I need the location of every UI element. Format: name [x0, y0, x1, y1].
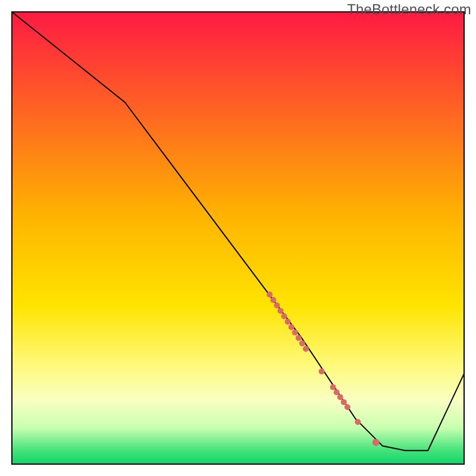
highlight-dot	[299, 340, 305, 346]
highlight-dot	[330, 384, 336, 390]
highlight-dot	[277, 308, 283, 314]
watermark-label: TheBottleneck.com	[347, 1, 471, 18]
highlight-dot	[319, 368, 325, 374]
highlight-dot	[289, 324, 295, 330]
highlight-dot	[285, 319, 291, 325]
bottleneck-chart	[0, 0, 476, 476]
background-gradient	[12, 12, 464, 464]
highlight-dot	[270, 297, 276, 303]
highlight-dot	[281, 314, 287, 320]
highlight-dot	[372, 439, 380, 446]
highlight-dot	[303, 346, 309, 352]
highlight-dot	[292, 330, 298, 336]
highlight-dot	[274, 302, 280, 308]
highlight-dot	[345, 404, 350, 410]
chart-root: TheBottleneck.com	[0, 0, 476, 476]
highlight-dot	[341, 399, 347, 405]
highlight-dot	[355, 419, 361, 425]
highlight-dot	[334, 389, 340, 395]
highlight-dot	[337, 394, 343, 400]
highlight-dot	[267, 292, 273, 298]
highlight-dot	[296, 335, 302, 341]
